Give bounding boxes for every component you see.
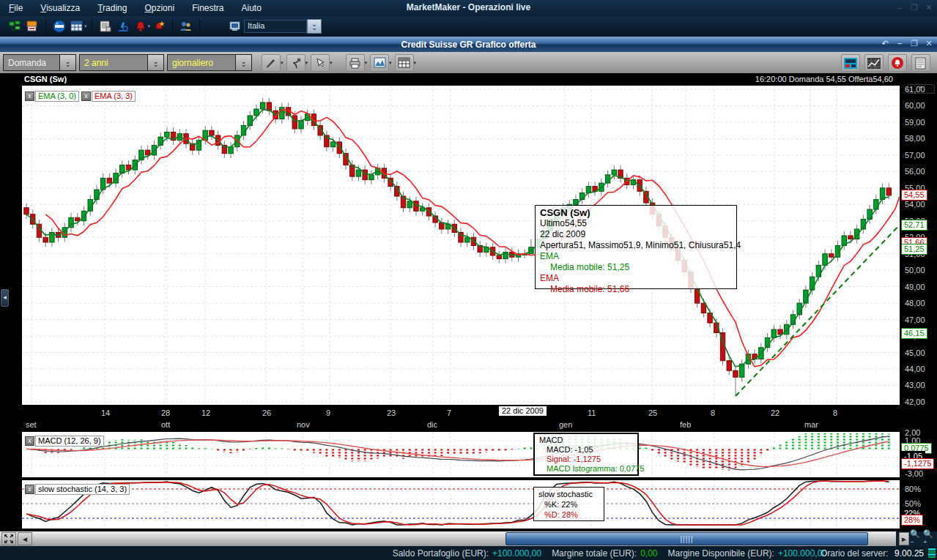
dropdown-caret-icon[interactable]: ▾: [281, 60, 284, 66]
server-time-value: 9.00.25: [895, 548, 924, 559]
close-icon[interactable]: ✕: [924, 3, 934, 12]
chevron-down-icon[interactable]: ⌄⌄: [235, 55, 251, 70]
arrow-left-icon[interactable]: ◄: [18, 532, 32, 545]
date-day-label: 14: [101, 408, 110, 417]
chart-combo-0[interactable]: Domanda⌄⌄: [3, 54, 76, 71]
account-values: Saldo Portafoglio (EUR):+100.000,00Margi…: [382, 548, 827, 559]
server-time-label: Orario del server:: [821, 548, 889, 559]
restore-icon[interactable]: ❐: [909, 39, 919, 48]
date-day-label: 8: [711, 408, 715, 417]
chart-combo-1[interactable]: 2 anni⌄⌄: [79, 54, 164, 71]
monitor-icon[interactable]: [204, 18, 222, 34]
symbol-bar: CSGN (Sw) 16:20:00 Domanda 54,55 Offerta…: [0, 73, 937, 86]
news-panel-icon[interactable]: [911, 54, 930, 72]
arrow-right-icon[interactable]: ►: [899, 532, 909, 545]
dropdown-caret-icon[interactable]: ▾: [389, 60, 392, 66]
candlestick-plot[interactable]: xEMA (3, 0)xEMA (3, 3) CSGN (Sw) Ultimo5…: [22, 86, 900, 405]
macd-tooltip-title: MACD: [539, 436, 633, 445]
close-icon[interactable]: x: [81, 92, 91, 101]
menu-file[interactable]: File: [0, 1, 32, 15]
chevron-down-icon[interactable]: ⌄⌄: [307, 19, 322, 34]
pointer-tools-icon[interactable]: [311, 54, 330, 72]
price-tick: 57,00: [905, 151, 925, 160]
menu-opzioni[interactable]: Opzioni: [136, 1, 183, 15]
restore-icon[interactable]: ❐: [909, 3, 919, 12]
chart-window-buttons: ↶ – ❐ ✕: [880, 39, 934, 48]
zoom-in-icon[interactable]: 🔍⁺: [923, 533, 935, 545]
tooltip-ohlc: Apertura51, Massimo51,9, Minimo51, Chius…: [540, 240, 732, 251]
monitor-icon[interactable]: [226, 18, 244, 34]
price-tick: 43,00: [905, 381, 925, 389]
draw-pencil-icon[interactable]: [262, 54, 281, 72]
print-icon[interactable]: [346, 54, 365, 72]
board-icon[interactable]: [68, 18, 86, 34]
stochastic-panel[interactable]: xslow stochastic (14, 3, 3) slow stochas…: [22, 480, 900, 529]
minimize-icon[interactable]: –: [895, 39, 905, 48]
save-workspace-icon[interactable]: [23, 18, 41, 34]
menu-finestra[interactable]: Finestra: [183, 1, 232, 15]
close-icon[interactable]: x: [25, 436, 34, 446]
price-tick: 60,00: [905, 101, 925, 110]
date-month-label: mar: [804, 420, 818, 429]
stoch-marker: 28%: [901, 515, 923, 526]
chart-window-titlebar[interactable]: Credit Suisse GR Grafico offerta ↶ – ❐ ✕: [0, 37, 937, 52]
expand-icon[interactable]: [1, 532, 16, 545]
snapshot-icon[interactable]: [370, 54, 389, 72]
contacts-icon[interactable]: [177, 18, 195, 34]
dropdown-caret-icon[interactable]: ▾: [414, 60, 417, 66]
chart-toolbar: Domanda⌄⌄2 anni⌄⌄giornaliero⌄⌄ ▾▾▾▾▾▾: [0, 52, 937, 73]
scroll-right-controls: ► 🔍⁻ 🔍⁺: [896, 531, 937, 546]
legend-label: slow stochastic (14, 3, 3): [35, 484, 130, 495]
rollup-icon[interactable]: ↶: [880, 39, 890, 48]
menu-trading[interactable]: Trading: [89, 1, 136, 15]
alarm-star-icon[interactable]: [150, 18, 168, 34]
chevron-down-icon[interactable]: ⌄⌄: [59, 55, 75, 70]
date-axis: 22 dic 2009 14281226923711258228setottno…: [22, 405, 900, 432]
pin-icon[interactable]: [286, 54, 305, 72]
stoch-tick: 80%: [905, 485, 921, 493]
dropdown-caret-icon[interactable]: ▾: [365, 60, 368, 66]
stoch-k: %K: 22%: [538, 499, 599, 509]
status-item: Margine Disponibile (EUR):+100.000,00: [668, 548, 827, 559]
chevron-down-icon[interactable]: ⌄⌄: [147, 55, 163, 70]
menu-aiuto[interactable]: Aiuto: [233, 1, 270, 15]
minimize-icon[interactable]: –: [895, 3, 905, 12]
macd-panel[interactable]: xMACD (12, 26, 9) MACD MACD: -1,05 Signa…: [22, 432, 900, 477]
bell-icon[interactable]: [888, 54, 907, 72]
close-icon[interactable]: ✕: [924, 39, 934, 48]
country-combo[interactable]: Italia ⌄⌄: [226, 18, 322, 34]
zoom-out-icon[interactable]: 🔍⁻: [910, 533, 922, 545]
quote-panel-icon[interactable]: [841, 54, 860, 72]
price-marker-52,71: 52,71: [901, 220, 927, 231]
country-select[interactable]: Italia: [244, 20, 307, 33]
menu-bar: FileVisualizzaTradingOpzioniFinestraAiut…: [0, 0, 937, 16]
chart-tools-right: [840, 54, 931, 72]
price-tick: 59,00: [905, 118, 925, 127]
research-icon[interactable]: [114, 18, 132, 34]
menu-visualizza[interactable]: Visualizza: [32, 1, 89, 15]
chart-style-icon[interactable]: [864, 54, 884, 72]
chart-area: CSGN (Sw) 16:20:00 Domanda 54,55 Offerta…: [0, 73, 937, 531]
tooltip-ema2-value: Media mobile: 51,66: [540, 284, 732, 295]
news-icon[interactable]: [97, 18, 114, 34]
quote-ball-icon[interactable]: [51, 18, 68, 34]
close-icon[interactable]: x: [25, 485, 34, 494]
alert-bell-icon[interactable]: [132, 18, 149, 34]
layout-tree-icon[interactable]: [6, 18, 23, 34]
tooltip-ema1-value: Media mobile: 51,25: [540, 262, 732, 273]
chart-tools: ▾▾▾▾▾▾: [261, 54, 418, 72]
plot-legend: xEMA (3, 0)xEMA (3, 3): [25, 88, 138, 102]
dropdown-caret-icon[interactable]: ▾: [305, 60, 308, 66]
dropdown-caret-icon[interactable]: ▾: [84, 23, 87, 29]
close-icon[interactable]: x: [25, 92, 34, 101]
status-item: Margine totale (EUR):0,00: [552, 548, 657, 559]
macd-tick: -3,00: [905, 469, 923, 478]
price-tick: 45,00: [905, 348, 925, 357]
date-day-label: 9: [326, 408, 330, 417]
scrollbar-thumb[interactable]: |||||: [505, 532, 868, 545]
horizontal-scrollbar[interactable]: ◄ ||||| ► 🔍⁻ 🔍⁺: [0, 531, 937, 546]
grid-icon[interactable]: [395, 54, 414, 72]
sidebar-slide-handle[interactable]: ◄: [1, 289, 9, 307]
chart-combo-2[interactable]: giornaliero⌄⌄: [167, 54, 252, 71]
dropdown-caret-icon[interactable]: ▾: [330, 60, 333, 66]
